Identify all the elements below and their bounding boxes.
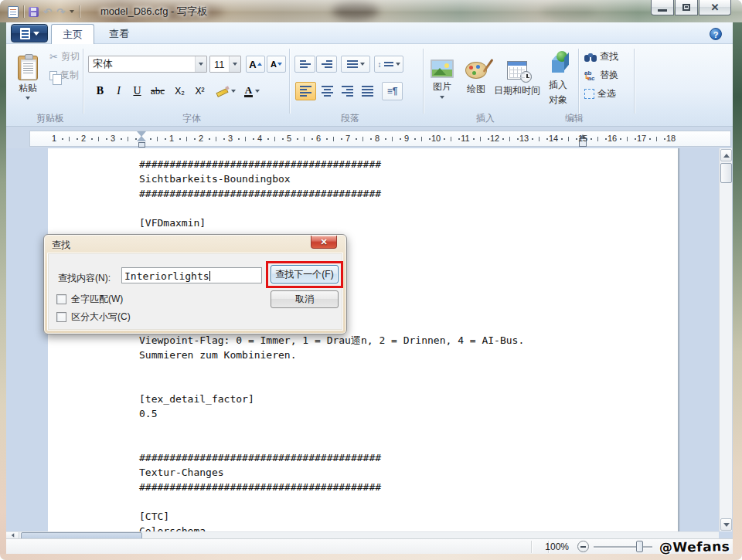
list-icon [347,59,358,70]
insert-object-button[interactable]: 插入 对象 [543,48,574,113]
cancel-button[interactable]: 取消 [271,290,339,308]
zoom-slider-thumb[interactable] [636,541,643,552]
help-icon[interactable]: ? [710,28,722,40]
chevron-down-icon [360,63,365,66]
list-button[interactable] [341,56,370,73]
find-dialog-body: 查找内容(N): Interiorlights 查找下一个(F) 取消 全字匹配… [47,253,343,331]
save-icon[interactable] [29,7,39,17]
date-time-button[interactable]: 日期和时间 [495,48,539,110]
scroll-left-button[interactable] [6,532,19,538]
document-line: ######################################## [139,157,524,171]
wordpad-window: ↶ ↷ model_D86.cfg - 写字板 ✕ 主页 查看 ? 粘贴 ✂ 剪… [0,0,742,560]
font-color-button[interactable]: A [240,82,264,100]
find-what-label: 查找内容(N): [58,272,111,285]
justify-button[interactable] [357,82,377,100]
ruler-tick [385,138,386,140]
line-spacing-button[interactable]: ↕ [374,56,403,73]
document-page[interactable]: ########################################… [48,148,679,538]
highlight-color-button[interactable] [213,82,238,100]
replace-button[interactable]: ab ac↳ 替换 [584,69,618,82]
align-left-button[interactable] [295,82,316,100]
find-button[interactable]: 查找 [584,50,618,63]
zoom-out-button[interactable] [577,541,589,552]
select-all-label: 全选 [597,87,616,100]
drawing-label: 绘图 [467,83,485,96]
document-text[interactable]: ########################################… [139,157,524,538]
shrink-arrow-icon [277,63,282,66]
ruler-tick [414,138,416,140]
bold-button[interactable]: B [91,82,109,100]
font-size-combobox[interactable]: 11 [209,56,241,73]
ruler-number: 2 [81,134,86,143]
align-right-button[interactable] [337,82,357,100]
underline-button[interactable]: U [128,82,146,100]
checkbox-icon[interactable] [56,294,66,304]
arrow-down-icon [723,523,730,527]
ruler-tick [62,138,63,140]
window-title: model_D86.cfg - 写字板 [100,5,207,19]
dialog-close-button[interactable]: ✕ [311,236,337,249]
ruler-tick [150,138,151,140]
shrink-font-button[interactable]: A [267,56,286,73]
horizontal-scrollbar[interactable] [6,531,719,538]
scroll-up-button[interactable] [720,149,732,161]
copy-icon [49,71,57,80]
ruler-number: 14 [549,134,558,143]
superscript-button[interactable]: X² [190,82,209,100]
minimize-button[interactable] [651,0,674,15]
font-family-combobox[interactable]: 宋体 [88,56,207,73]
paragraph-settings-button[interactable]: ≡¶ [382,82,403,100]
ruler-tick [216,137,216,141]
grow-font-label: A [249,59,256,70]
application-menu-button[interactable] [11,24,48,42]
wordpad-icon[interactable] [8,6,19,18]
select-all-button[interactable]: 全选 [584,87,616,100]
checkbox-icon[interactable] [56,312,66,322]
group-divider [423,49,424,114]
match-whole-word-option[interactable]: 全字匹配(W) [56,293,123,306]
close-button[interactable]: ✕ [699,0,731,15]
ruler-tick [532,138,533,140]
increase-indent-icon [322,59,332,70]
vertical-scrollbar-thumb[interactable] [720,163,732,183]
ruler-tick [664,138,665,140]
clipboard-group-label: 剪贴板 [17,112,83,125]
subscript-button[interactable]: X₂ [170,82,189,100]
scroll-down-button[interactable] [720,518,732,531]
align-center-icon [322,84,333,98]
chevron-down-icon[interactable] [229,56,240,72]
strikethrough-button[interactable]: abc [147,82,168,100]
insert-picture-button[interactable]: 图片 [427,48,458,110]
restore-button[interactable] [675,0,698,15]
annotation-highlight-box [266,261,343,288]
copy-button[interactable]: 复制 [49,69,79,82]
document-line: Textur-Changes [139,465,524,480]
undo-icon[interactable]: ↶ [43,6,52,18]
tab-view[interactable]: 查看 [97,24,141,44]
paint-drawing-button[interactable]: 绘图 [461,48,492,110]
qat-dropdown-icon[interactable] [70,10,74,13]
chevron-down-icon[interactable] [195,56,206,72]
close-icon: ✕ [320,238,327,246]
picture-icon [431,59,454,78]
ruler-number: 1 [52,134,56,143]
paste-button[interactable]: 粘贴 [11,47,45,107]
italic-button[interactable]: I [110,82,128,100]
document-line: 0.5 [139,406,524,421]
redo-icon[interactable]: ↷ [56,6,65,18]
decrease-indent-button[interactable] [294,56,315,73]
ruler-number: 6 [316,134,321,143]
find-what-input[interactable]: Interiorlights [121,267,262,283]
ruler-number: 12 [490,134,499,143]
tab-home[interactable]: 主页 [51,24,94,45]
horizontal-scrollbar-thumb[interactable] [21,532,142,538]
cut-button[interactable]: ✂ 剪切 [49,50,80,63]
vertical-scrollbar[interactable] [719,148,732,531]
increase-indent-button[interactable] [316,56,337,73]
align-center-button[interactable] [317,82,337,100]
grow-font-button[interactable]: A [246,56,265,73]
match-case-option[interactable]: 区分大小写(C) [56,311,131,324]
zoom-slider[interactable] [594,546,652,548]
ruler-tick [656,137,657,141]
ruler[interactable]: 321123456789101112131415161718 [29,131,731,147]
